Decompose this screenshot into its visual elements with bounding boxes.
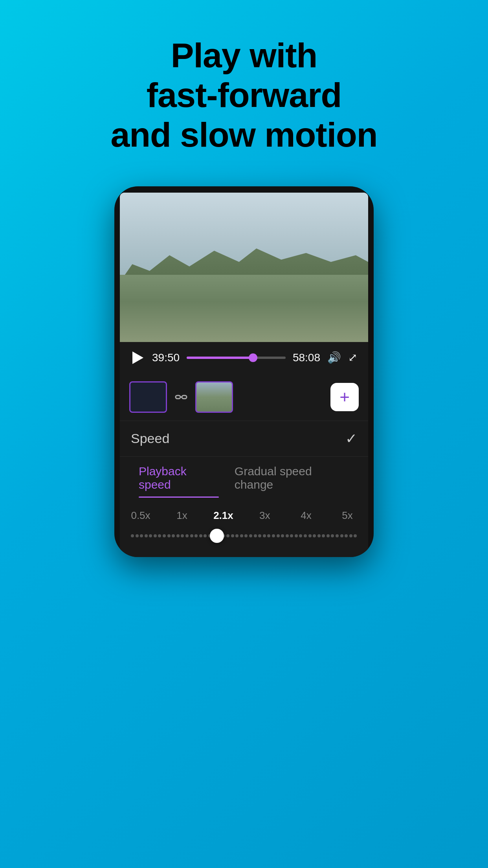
slider-dot	[154, 534, 157, 537]
slider-dots	[131, 534, 357, 537]
slider-dot	[176, 534, 180, 537]
slider-dot	[308, 534, 312, 537]
speed-marks: 0.5x 1x 2.1x 3x 4x 5x	[131, 509, 357, 522]
progress-thumb[interactable]	[249, 353, 257, 362]
speed-slider-track[interactable]	[131, 529, 357, 543]
speed-mark-05x: 0.5x	[131, 509, 150, 522]
speed-header: Speed ✓	[120, 421, 368, 456]
slider-dot	[272, 534, 275, 537]
slider-dot	[299, 534, 302, 537]
headline-line1: Play with	[171, 36, 317, 75]
slider-dot	[244, 534, 248, 537]
slider-dot	[185, 534, 189, 537]
slider-dot	[199, 534, 202, 537]
slider-dot	[286, 534, 289, 537]
speed-mark-5x: 5x	[338, 509, 357, 522]
slider-dot	[190, 534, 193, 537]
fullscreen-icon[interactable]: ⤢	[348, 351, 357, 364]
slider-dot	[304, 534, 307, 537]
speed-tabs: Playback speed Gradual speed change	[120, 456, 368, 498]
slider-dot	[254, 534, 257, 537]
slider-dot	[290, 534, 293, 537]
slider-dot	[327, 534, 330, 537]
headline: Play with fast-forward and slow motion	[87, 35, 401, 155]
confirm-check-icon[interactable]: ✓	[345, 430, 357, 447]
slider-dot	[313, 534, 316, 537]
slider-dot	[167, 534, 171, 537]
svg-rect-1	[182, 395, 187, 399]
add-icon: +	[339, 388, 350, 406]
add-clip-button[interactable]: +	[330, 383, 359, 411]
clips-row: +	[120, 373, 368, 421]
svg-rect-0	[176, 395, 180, 399]
slider-dot	[204, 534, 207, 537]
slider-dot	[226, 534, 229, 537]
slider-dot	[354, 534, 357, 537]
headline-line3: and slow motion	[110, 115, 377, 154]
speed-mark-1x: 1x	[172, 509, 192, 522]
slider-dot	[194, 534, 198, 537]
slider-dot	[340, 534, 343, 537]
slider-dot	[322, 534, 325, 537]
player-bar: 39:50 58:08 🔊 ⤢	[120, 342, 368, 373]
time-current: 39:50	[152, 351, 180, 364]
slider-dot	[158, 534, 161, 537]
slider-dot	[145, 534, 148, 537]
play-button[interactable]	[131, 351, 145, 365]
slider-dot	[149, 534, 152, 537]
link-icon-wrapper	[172, 388, 191, 406]
slider-dot	[249, 534, 252, 537]
video-city	[120, 275, 368, 342]
slider-dot	[263, 534, 266, 537]
slider-dot	[258, 534, 261, 537]
speed-slider-thumb[interactable]	[210, 529, 224, 543]
slider-dot	[240, 534, 243, 537]
clip-thumb-2[interactable]	[195, 381, 233, 413]
volume-icon[interactable]: 🔊	[327, 351, 341, 364]
slider-dot	[336, 534, 339, 537]
slider-dot	[235, 534, 238, 537]
slider-dot	[295, 534, 298, 537]
tab-playback-speed[interactable]: Playback speed	[131, 457, 227, 498]
slider-dot	[317, 534, 321, 537]
slider-dot	[267, 534, 270, 537]
video-preview	[120, 193, 368, 342]
clip-thumb-1[interactable]	[129, 381, 167, 413]
slider-dot	[181, 534, 184, 537]
slider-dot	[231, 534, 234, 537]
slider-dot	[163, 534, 166, 537]
slider-dot	[140, 534, 143, 537]
slider-dot	[349, 534, 352, 537]
slider-dot	[277, 534, 280, 537]
tab-gradual-speed[interactable]: Gradual speed change	[227, 457, 357, 498]
time-total: 58:08	[293, 351, 320, 364]
speed-mark-3x: 3x	[255, 509, 275, 522]
slider-dot	[281, 534, 284, 537]
slider-dot	[131, 534, 134, 537]
phone-device: 39:50 58:08 🔊 ⤢ + Speed ✓ Playback spee	[114, 186, 374, 557]
progress-bar[interactable]	[187, 357, 286, 359]
speed-section-label: Speed	[131, 431, 169, 446]
headline-line2: fast-forward	[147, 75, 342, 114]
slider-dot	[331, 534, 334, 537]
progress-fill	[187, 357, 253, 359]
speed-mark-21x: 2.1x	[213, 509, 233, 522]
play-icon	[132, 351, 143, 364]
speed-mark-4x: 4x	[296, 509, 316, 522]
link-icon	[174, 390, 188, 404]
slider-dot	[136, 534, 139, 537]
speed-slider-area: 0.5x 1x 2.1x 3x 4x 5x	[120, 498, 368, 557]
slider-dot	[172, 534, 175, 537]
slider-dot	[345, 534, 348, 537]
